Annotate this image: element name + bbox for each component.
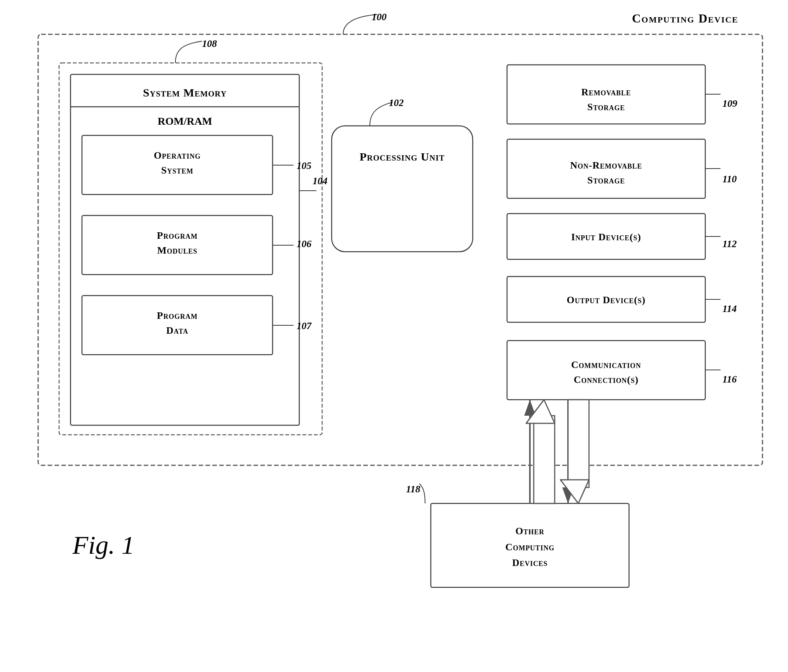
figure-label: Fig. 1 [72,530,134,560]
ref-104: 104 [313,175,327,187]
svg-rect-25 [568,400,589,487]
other-computing-devices-label: OtherComputingDevices [431,515,629,579]
program-modules-label: ProgramModules [82,221,273,265]
ref-110: 110 [722,174,737,185]
communication-connections-label: CommunicationConnection(s) [507,349,705,395]
ref-105: 105 [297,160,311,172]
removable-storage-label: RemovableStorage [507,76,705,123]
svg-rect-7 [332,126,473,252]
input-devices-label: Input Device(s) [507,221,705,253]
ref-112: 112 [722,238,737,250]
ref-114: 114 [722,303,737,315]
ref-100: 100 [372,11,387,23]
non-removable-storage-label: Non-RemovableStorage [507,150,705,196]
ref-106: 106 [297,238,311,250]
operating-system-label: OperatingSystem [82,141,273,185]
svg-marker-26 [560,480,589,503]
ref-116: 116 [722,374,737,385]
system-memory-title: System Memory [71,80,299,105]
ref-102: 102 [389,97,404,109]
processing-unit-label: Processing Unit [332,149,473,165]
ref-108: 108 [202,38,217,50]
rom-ram-label: ROM/RAM [71,111,299,132]
computing-device-label: Computing Device [632,11,738,26]
svg-rect-23 [534,416,555,503]
ref-118: 118 [406,484,420,495]
svg-marker-21 [562,487,574,503]
ref-107: 107 [297,320,311,332]
output-devices-label: Output Device(s) [507,284,705,316]
svg-marker-22 [522,400,602,503]
svg-marker-24 [526,400,555,423]
svg-marker-19 [524,400,536,416]
program-data-label: ProgramData [82,301,273,345]
ref-109: 109 [722,98,737,109]
